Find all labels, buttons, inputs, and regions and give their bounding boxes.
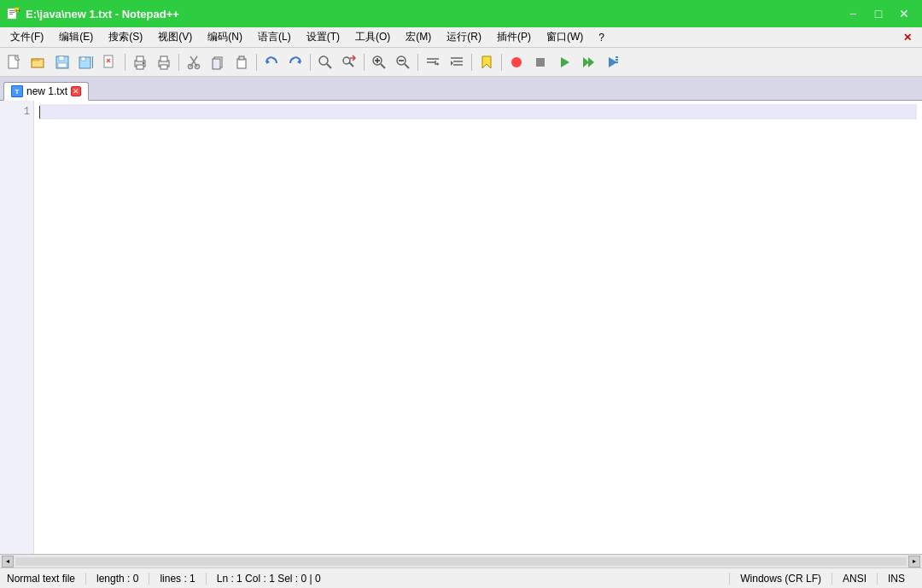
line-ending-status: Windows (CR LF) — [730, 573, 832, 585]
print2-button[interactable] — [153, 51, 175, 73]
menu-settings[interactable]: 设置(T) — [300, 28, 347, 46]
menu-bar: 文件(F) 编辑(E) 搜索(S) 视图(V) 编码(N) 语言(L) 设置(T… — [0, 27, 922, 48]
svg-marker-56 — [561, 57, 569, 67]
find-button[interactable] — [314, 51, 336, 73]
menu-run[interactable]: 运行(R) — [440, 28, 488, 46]
close-tab-button[interactable] — [99, 51, 121, 73]
horizontal-scrollbar[interactable]: ◂ ▸ — [0, 554, 922, 568]
zoom-out-button[interactable] — [392, 51, 414, 73]
svg-point-37 — [343, 57, 350, 64]
toolbar-sep-7 — [471, 54, 472, 71]
editor-line-1[interactable] — [39, 104, 917, 119]
svg-rect-19 — [137, 56, 143, 61]
macro-stop-button[interactable] — [529, 51, 551, 73]
macro-run-multi-button[interactable] — [577, 51, 599, 73]
position-status: Ln : 1 Col : 1 Sel : 0 | 0 — [207, 573, 731, 585]
editor-content[interactable] — [34, 101, 922, 554]
window-title: E:\java\new 1.txt - Notepad++ — [26, 8, 179, 20]
tab-file-icon: T — [11, 85, 23, 97]
cursor — [39, 106, 40, 119]
svg-marker-48 — [437, 62, 439, 66]
scroll-left-button[interactable]: ◂ — [2, 556, 14, 568]
ins-status: INS — [878, 573, 915, 585]
svg-rect-10 — [59, 56, 64, 61]
menu-encoding[interactable]: 编码(N) — [201, 28, 249, 46]
lines-status: lines : 1 — [149, 573, 206, 585]
scroll-right-button[interactable]: ▸ — [908, 556, 920, 568]
svg-marker-58 — [588, 57, 594, 67]
menu-close-x[interactable]: ✕ — [896, 30, 919, 45]
svg-line-44 — [405, 64, 409, 68]
toolbar-sep-1 — [125, 54, 125, 71]
svg-marker-57 — [583, 57, 589, 67]
save-all-button[interactable] — [75, 51, 97, 73]
undo-button[interactable] — [260, 51, 283, 73]
menu-edit[interactable]: 编辑(E) — [52, 28, 100, 46]
title-left: ++ E:\java\new 1.txt - Notepad++ — [7, 7, 179, 20]
macro-play-button[interactable] — [553, 51, 575, 73]
svg-rect-1 — [9, 10, 15, 11]
toolbar — [0, 48, 922, 77]
menu-language[interactable]: 语言(L) — [251, 28, 298, 46]
menu-tools[interactable]: 工具(O) — [348, 28, 397, 46]
tab-label: new 1.txt — [26, 85, 67, 97]
toolbar-sep-3 — [256, 54, 257, 71]
app-icon: ++ — [7, 7, 20, 20]
wrap-button[interactable] — [422, 51, 444, 73]
indent-button[interactable] — [446, 51, 468, 73]
svg-rect-30 — [213, 59, 220, 69]
save-button[interactable] — [51, 51, 73, 73]
replace-button[interactable] — [338, 51, 360, 73]
toolbar-sep-8 — [501, 54, 502, 71]
svg-line-36 — [327, 64, 331, 68]
svg-point-35 — [319, 56, 328, 65]
print-button[interactable] — [129, 51, 151, 73]
svg-rect-24 — [160, 65, 167, 69]
editor-container: 1 — [0, 101, 922, 554]
menu-view[interactable]: 视图(V) — [151, 28, 199, 46]
redo-button[interactable] — [284, 51, 306, 73]
close-button[interactable]: ✕ — [893, 5, 915, 22]
window-controls: − □ ✕ — [842, 5, 915, 22]
svg-rect-31 — [237, 59, 246, 68]
zoom-in-button[interactable] — [368, 51, 390, 73]
svg-marker-52 — [451, 61, 453, 66]
status-bar: Normal text file length : 0 lines : 1 Ln… — [0, 568, 922, 588]
tab-bar: T new 1.txt ✕ — [0, 77, 922, 101]
menu-plugins[interactable]: 插件(P) — [490, 28, 538, 46]
line-numbers: 1 — [0, 101, 34, 554]
svg-point-21 — [143, 62, 144, 64]
macro-save-button[interactable] — [601, 51, 623, 73]
svg-text:++: ++ — [15, 8, 20, 13]
paste-button[interactable] — [230, 51, 253, 73]
toolbar-sep-5 — [364, 54, 365, 71]
svg-point-54 — [511, 57, 522, 67]
length-status: length : 0 — [86, 573, 149, 585]
line-number-1: 1 — [0, 104, 30, 119]
svg-rect-32 — [239, 56, 244, 60]
open-button[interactable] — [27, 51, 50, 73]
menu-macro[interactable]: 宏(M) — [399, 28, 438, 46]
menu-search[interactable]: 搜索(S) — [102, 28, 149, 46]
file-type-status: Normal text file — [7, 573, 86, 585]
tab-close-button[interactable]: ✕ — [71, 86, 81, 96]
copy-button[interactable] — [207, 51, 229, 73]
svg-rect-55 — [536, 58, 545, 67]
encoding-status: ANSI — [832, 573, 878, 585]
svg-rect-2 — [9, 12, 15, 13]
minimize-button[interactable]: − — [842, 5, 864, 22]
svg-line-38 — [350, 62, 354, 67]
menu-help[interactable]: ? — [592, 30, 611, 45]
toolbar-sep-4 — [310, 54, 311, 71]
tab-new1[interactable]: T new 1.txt ✕ — [3, 82, 89, 101]
macro-record-button[interactable] — [505, 51, 528, 73]
menu-window[interactable]: 窗口(W) — [540, 28, 590, 46]
menu-file[interactable]: 文件(F) — [3, 28, 50, 46]
cut-button[interactable] — [183, 51, 205, 73]
maximize-button[interactable]: □ — [867, 5, 890, 22]
new-button[interactable] — [3, 51, 26, 73]
svg-rect-3 — [9, 14, 13, 15]
svg-rect-14 — [92, 56, 93, 68]
bookmark-button[interactable] — [476, 51, 498, 73]
scroll-track[interactable] — [15, 557, 907, 566]
